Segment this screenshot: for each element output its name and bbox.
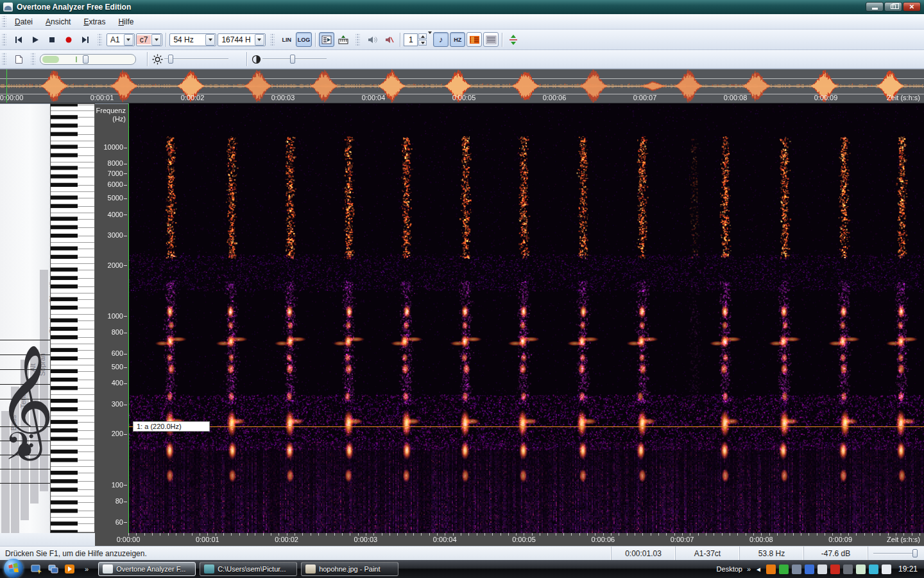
input-level-meter[interactable] (40, 54, 136, 65)
status-zoom-slider[interactable] (868, 547, 924, 560)
menu-bar: DateiAnsichtExtrasHilfe (0, 14, 924, 30)
minimize-button[interactable] (866, 2, 884, 12)
overview-axis-caption: Zeit (s:h:s) (887, 94, 920, 101)
brightness-slider[interactable] (164, 53, 228, 66)
scissors-icon[interactable] (817, 565, 827, 574)
tools-icon[interactable] (805, 565, 814, 574)
frequency-tick-label: 300 (96, 400, 127, 408)
frequency-tick-label: 7000 (96, 170, 127, 177)
spectrogram-view-button[interactable] (466, 32, 482, 47)
media-player-icon[interactable] (64, 564, 76, 574)
spectrogram-view[interactable]: 1: a (220.0Hz) (128, 103, 924, 533)
coffee-cup-icon[interactable] (766, 565, 776, 574)
title-bar: Overtone Analyzer Free Edition ✕ (0, 0, 924, 14)
task-button-label: C:\Users\sem\Pictur... (218, 565, 286, 573)
new-document-button[interactable] (11, 52, 26, 67)
time-axis: 0:00:000:00:010:00:020:00:030:00:040:00:… (0, 533, 924, 546)
green-check-icon[interactable] (779, 565, 789, 574)
frequency-tick-label: 600 (96, 349, 127, 357)
skip-end-button[interactable] (78, 32, 93, 47)
menu-item-datei[interactable]: Datei (8, 15, 39, 28)
overview-time-label: 0:00:01 (90, 94, 114, 101)
network-icon[interactable] (869, 565, 878, 574)
spectrogram-cursor[interactable] (128, 103, 129, 533)
time-axis-label: 0:00:04 (433, 536, 457, 543)
mute-button[interactable] (381, 32, 397, 47)
paint-icon (305, 565, 316, 574)
toolbar-grip (355, 33, 360, 47)
taskbar-clock[interactable]: 19:21 (898, 565, 918, 574)
desktop-toolbar-label[interactable]: Desktop (717, 565, 742, 573)
time-axis-label: 0:00:00 (117, 536, 141, 543)
switch-windows-icon[interactable] (47, 564, 59, 574)
quick-launch-overflow-chevron[interactable]: » (85, 565, 89, 573)
high-frequency-combobox[interactable]: 16744 H (218, 33, 265, 46)
spectrogram-canvas[interactable] (128, 103, 924, 533)
power-plug-icon[interactable] (856, 565, 866, 574)
blocked-icon[interactable] (830, 565, 840, 574)
time-axis-label: 0:00:02 (275, 536, 298, 543)
toolbar-grip (2, 33, 6, 47)
high-note-combobox[interactable]: c7 (136, 33, 163, 46)
piano-range-button[interactable] (336, 32, 351, 47)
frequency-tick-label: 10000 (96, 143, 127, 151)
pitch-marker-label[interactable]: 1: a (220.0Hz) (133, 421, 210, 432)
volume-icon[interactable] (882, 565, 891, 574)
desktop-chevron[interactable]: » (747, 565, 751, 573)
pitch-marker-line[interactable] (128, 426, 924, 427)
low-frequency-combobox[interactable]: 54 Hz (169, 33, 216, 46)
analysis-area: Singbare ObertöneSopranAltTenorBass𝄞𝄢 Fr… (0, 103, 924, 533)
record-button[interactable] (61, 32, 76, 47)
folder-icon (204, 565, 214, 574)
frequency-tick-label: 4000 (96, 211, 127, 218)
task-button[interactable]: hopohne.jpg - Paint (301, 562, 398, 576)
speaker-button[interactable] (364, 32, 380, 47)
gear-icon[interactable] (792, 565, 801, 574)
menu-item-hilfe[interactable]: Hilfe (112, 15, 140, 28)
hz-display-button[interactable]: HZ (450, 32, 465, 47)
overview-time-label: 0:00:03 (271, 94, 295, 101)
tray-expand-arrow[interactable]: ◄ (755, 566, 762, 573)
low-note-combobox[interactable]: A1 (107, 33, 135, 46)
menu-item-ansicht[interactable]: Ansicht (39, 15, 77, 28)
time-axis-label: 0:00:09 (828, 536, 852, 543)
toolbar-secondary (0, 50, 924, 69)
monitor-icon[interactable] (843, 565, 853, 574)
note-display-button[interactable]: ♪ (433, 32, 449, 47)
close-button[interactable]: ✕ (903, 2, 921, 12)
stop-button[interactable] (44, 32, 60, 47)
play-button[interactable] (28, 32, 43, 47)
frequency-tick-label: 100 (96, 481, 127, 489)
overview-time-label: 0:00:00 (0, 94, 23, 101)
skip-start-button[interactable] (11, 32, 26, 47)
task-button[interactable]: C:\Users\sem\Pictur... (200, 562, 297, 576)
contrast-slider[interactable] (262, 53, 327, 66)
waveform-overview[interactable]: 0:00:000:00:010:00:020:00:030:00:040:00:… (0, 69, 924, 103)
piano-keyboard[interactable] (50, 103, 95, 533)
split-view-button[interactable] (506, 32, 521, 47)
overview-time-label: 0:00:05 (452, 94, 476, 101)
log-scale-button[interactable]: LOG (296, 32, 312, 47)
time-axis-label: 0:00:07 (671, 536, 694, 543)
frequency-tick-label: 200 (96, 430, 127, 437)
time-axis-label: 0:00:06 (591, 536, 615, 543)
linear-scale-button[interactable]: LIN (279, 32, 295, 47)
vocal-ranges-panel: Singbare ObertöneSopranAltTenorBass𝄞𝄢 (0, 103, 50, 533)
menu-item-extras[interactable]: Extras (77, 15, 112, 28)
overview-time-label: 0:00:07 (633, 94, 657, 101)
waterfall-view-button[interactable] (483, 32, 499, 47)
show-desktop-icon[interactable] (31, 564, 42, 574)
start-button[interactable] (4, 559, 23, 578)
task-button[interactable]: Overtone Analyzer F... (98, 562, 196, 576)
scroll-mode-button[interactable] (319, 32, 334, 47)
frequency-tick-label: 8000 (96, 159, 127, 167)
playback-cursor[interactable] (6, 69, 7, 103)
task-button-label: Overtone Analyzer F... (116, 565, 185, 573)
frequency-tick-label: 80 (96, 497, 127, 505)
marker-number-spinner[interactable]: 1 (404, 33, 432, 46)
frequency-tick-label: 1000 (96, 312, 127, 320)
contrast-icon (252, 55, 261, 64)
status-time: 0:00:01.03 (611, 547, 675, 560)
app-icon (3, 3, 13, 12)
restore-button[interactable] (884, 2, 902, 12)
